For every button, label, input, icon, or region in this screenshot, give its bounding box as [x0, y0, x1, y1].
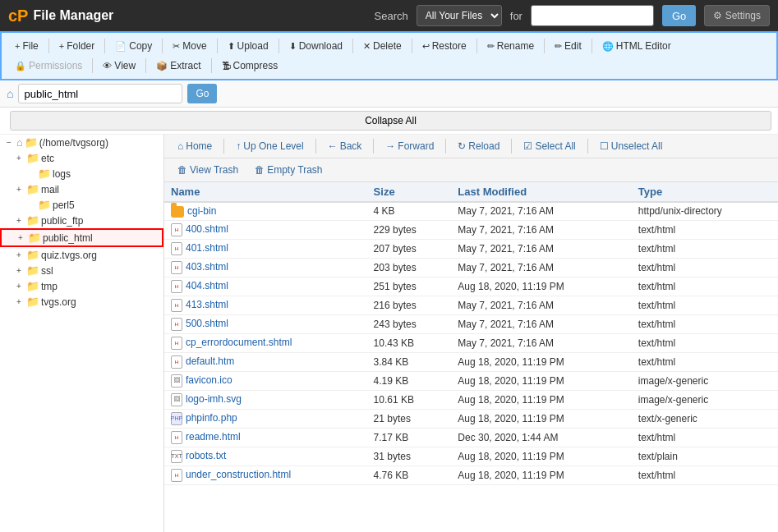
file-name-cell: H401.shtml	[164, 239, 367, 258]
table-row[interactable]: H401.shtml 207 bytes May 7, 2021, 7:16 A…	[164, 239, 778, 258]
copy-icon: 📄	[115, 41, 127, 52]
file-type-cell: text/html	[632, 333, 778, 352]
table-row[interactable]: 🖼logo-imh.svg 10.61 KB Aug 18, 2020, 11:…	[164, 390, 778, 409]
sidebar-item-mail[interactable]: + 📁 mail	[0, 181, 163, 197]
table-row[interactable]: H400.shtml 229 bytes May 7, 2021, 7:16 A…	[164, 220, 778, 239]
extract-button[interactable]: 📦 Extract	[150, 57, 207, 74]
table-row[interactable]: Hdefault.htm 3.84 KB Aug 18, 2020, 11:19…	[164, 352, 778, 371]
file-name-link[interactable]: 400.shtml	[186, 223, 228, 235]
edit-button[interactable]: ✏ Edit	[548, 38, 588, 54]
delete-button[interactable]: ✕ Delete	[357, 38, 408, 54]
search-select[interactable]: All Your Files	[417, 5, 502, 26]
sidebar-item-logs[interactable]: 📁 logs	[0, 166, 163, 181]
up-one-level-button[interactable]: ↑ Up One Level	[229, 138, 310, 154]
top-bar: cP File Manager Search All Your Files fo…	[0, 0, 778, 31]
restore-button[interactable]: ↩ Restore	[416, 38, 473, 54]
permissions-button[interactable]: 🔒 Permissions	[8, 57, 89, 74]
upload-button[interactable]: ⬆ Upload	[221, 38, 275, 54]
table-row[interactable]: 🖼favicon.ico 4.19 KB Aug 18, 2020, 11:19…	[164, 371, 778, 390]
trash-bar: 🗑 View Trash 🗑 Empty Trash	[164, 158, 778, 182]
file-name-link[interactable]: under_construction.html	[186, 469, 291, 480]
table-row[interactable]: Hunder_construction.html 4.76 KB Aug 18,…	[164, 466, 778, 484]
compress-button[interactable]: 🗜 Compress	[215, 57, 285, 74]
sidebar-item-tvgs[interactable]: + 📁 tvgs.org	[0, 294, 163, 310]
file-name-cell: Hunder_construction.html	[164, 466, 367, 484]
html-editor-button[interactable]: 🌐 HTML Editor	[596, 38, 678, 54]
file-size-cell: 203 bytes	[367, 258, 452, 277]
sidebar-item-etc[interactable]: + 📁 etc	[0, 150, 163, 166]
file-type-cell: text/html	[632, 296, 778, 314]
home-button[interactable]: ⌂ Home	[171, 138, 219, 154]
file-modified-cell: Aug 18, 2020, 11:19 PM	[451, 371, 632, 390]
table-row[interactable]: Hreadme.html 7.17 KB Dec 30, 2020, 1:44 …	[164, 428, 778, 447]
table-row[interactable]: Hcp_errordocument.shtml 10.43 KB May 7, …	[164, 333, 778, 352]
search-go-button[interactable]: Go	[662, 5, 696, 26]
file-name-link[interactable]: 401.shtml	[186, 242, 228, 254]
file-name-link[interactable]: robots.txt	[186, 450, 226, 461]
col-size[interactable]: Size	[367, 182, 452, 202]
file-type-cell: text/html	[632, 314, 778, 333]
select-all-button[interactable]: ☑ Select All	[517, 138, 582, 154]
table-row[interactable]: PHPphpinfo.php 21 bytes Aug 18, 2020, 11…	[164, 409, 778, 428]
sep-2	[104, 39, 105, 53]
root-folder-icon: 📁	[25, 136, 38, 149]
file-type-cell: httpd/unix-directory	[632, 202, 778, 220]
sidebar-item-tmp[interactable]: + 📁 tmp	[0, 278, 163, 294]
file-name-link[interactable]: 404.shtml	[186, 280, 228, 291]
empty-trash-button[interactable]: 🗑 Empty Trash	[248, 162, 329, 178]
table-row[interactable]: H403.shtml 203 bytes May 7, 2021, 7:16 A…	[164, 258, 778, 277]
sidebar-item-quiz[interactable]: + 📁 quiz.tvgs.org	[0, 247, 163, 263]
file-name-link[interactable]: readme.html	[186, 431, 241, 443]
download-button[interactable]: ⬇ Download	[283, 38, 349, 54]
reload-button[interactable]: ↻ Reload	[451, 138, 506, 154]
file-name-link[interactable]: logo-imh.svg	[186, 393, 242, 405]
table-row[interactable]: H404.shtml 251 bytes Aug 18, 2020, 11:19…	[164, 277, 778, 296]
file-name-link[interactable]: phpinfo.php	[186, 412, 237, 424]
sidebar-item-root[interactable]: − ⌂ 📁 (/home/tvgsorg)	[0, 135, 163, 150]
sidebar-item-public-html[interactable]: + 📁 public_html	[0, 228, 163, 247]
file-name-link[interactable]: 403.shtml	[186, 261, 228, 273]
sep-6	[352, 39, 353, 53]
sidebar-item-ssl[interactable]: + 📁 ssl	[0, 263, 163, 278]
rename-button[interactable]: ✏ Rename	[481, 38, 541, 54]
unselect-all-button[interactable]: ☐ Unselect All	[593, 138, 670, 154]
file-modified-cell: Aug 18, 2020, 11:19 PM	[451, 352, 632, 371]
forward-button[interactable]: → Forward	[379, 138, 440, 154]
file-name-cell: Hreadme.html	[164, 428, 367, 447]
file-name-link[interactable]: 413.shtml	[186, 299, 228, 310]
table-row[interactable]: cgi-bin 4 KB May 7, 2021, 7:16 AM httpd/…	[164, 202, 778, 220]
file-modified-cell: Aug 18, 2020, 11:19 PM	[451, 277, 632, 296]
file-name-link[interactable]: cp_errordocument.shtml	[186, 337, 292, 348]
expand-root-icon: −	[3, 137, 15, 149]
logs-folder-icon: 📁	[38, 167, 51, 180]
path-input[interactable]	[18, 84, 182, 103]
file-table-wrap: Name Size Last Modified Type cgi-bin 4 K…	[164, 182, 778, 532]
file-name-link[interactable]: favicon.ico	[186, 374, 232, 386]
path-go-button[interactable]: Go	[187, 84, 217, 103]
brand: cP File Manager	[8, 7, 131, 25]
file-name-link[interactable]: cgi-bin	[187, 205, 216, 217]
sidebar-item-perl5[interactable]: 📁 perl5	[0, 197, 163, 213]
file-name-link[interactable]: default.htm	[186, 355, 234, 367]
file-size-cell: 229 bytes	[367, 220, 452, 239]
back-button[interactable]: ← Back	[321, 138, 369, 154]
file-type-cell: text/x-generic	[632, 409, 778, 428]
move-button[interactable]: ✂ Move	[166, 38, 213, 54]
new-folder-button[interactable]: + Folder	[53, 38, 101, 54]
search-input[interactable]	[531, 5, 654, 26]
table-row[interactable]: H500.shtml 243 bytes May 7, 2021, 7:16 A…	[164, 314, 778, 333]
col-type[interactable]: Type	[632, 182, 778, 202]
nav-sep-5	[511, 139, 512, 154]
settings-button[interactable]: ⚙ Settings	[704, 5, 770, 26]
sidebar-item-public-ftp[interactable]: + 📁 public_ftp	[0, 213, 163, 228]
table-row[interactable]: H413.shtml 216 bytes May 7, 2021, 7:16 A…	[164, 296, 778, 314]
col-modified[interactable]: Last Modified	[451, 182, 632, 202]
new-file-button[interactable]: + File	[8, 38, 45, 54]
collapse-all-button[interactable]: Collapse All	[10, 111, 771, 131]
view-button[interactable]: 👁 View	[96, 57, 142, 74]
file-name-link[interactable]: 500.shtml	[186, 318, 228, 329]
table-row[interactable]: TXTrobots.txt 31 bytes Aug 18, 2020, 11:…	[164, 447, 778, 466]
col-name[interactable]: Name	[164, 182, 367, 202]
copy-button[interactable]: 📄 Copy	[108, 38, 159, 54]
view-trash-button[interactable]: 🗑 View Trash	[171, 162, 245, 178]
